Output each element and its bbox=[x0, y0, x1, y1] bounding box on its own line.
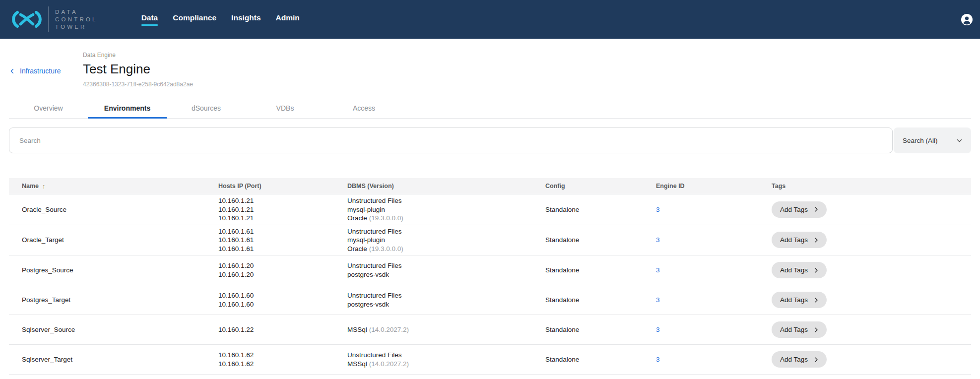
engine-id-link[interactable]: 3 bbox=[656, 296, 660, 304]
host-ip: 10.160.1.61 bbox=[218, 245, 334, 253]
column-header-name[interactable]: Name↑ bbox=[9, 183, 205, 190]
dbms-entry: MSSql(14.0.2027.2) bbox=[347, 325, 532, 334]
dbms-name: mysql-plugin bbox=[347, 236, 385, 244]
engine-id-link[interactable]: 3 bbox=[656, 326, 660, 333]
dbms-cell: Unstructured Filesmysql-pluginOracle(19.… bbox=[334, 196, 532, 223]
sort-ascending-icon: ↑ bbox=[42, 183, 46, 190]
add-tags-button[interactable]: Add Tags bbox=[772, 232, 827, 248]
dbms-entry: Unstructured Files bbox=[347, 196, 532, 205]
add-tags-button[interactable]: Add Tags bbox=[772, 351, 827, 368]
engine-id-link[interactable]: 3 bbox=[656, 356, 660, 363]
table-row-postgres-target: Postgres_Target10.160.1.6010.160.1.60Uns… bbox=[9, 285, 971, 315]
nav-item-data[interactable]: Data bbox=[141, 13, 158, 26]
search-bar: Search (All) bbox=[9, 127, 971, 153]
top-navbar: DATACONTROLTOWER DataComplianceInsightsA… bbox=[0, 0, 980, 39]
add-tags-button[interactable]: Add Tags bbox=[772, 321, 827, 338]
dbms-name: Unstructured Files bbox=[347, 351, 402, 359]
column-header-tags[interactable]: Tags bbox=[759, 183, 971, 190]
hosts-cell: 10.160.1.6110.160.1.6110.160.1.61 bbox=[205, 227, 334, 253]
engine-id-cell: 3 bbox=[643, 296, 759, 305]
hosts-cell: 10.160.1.2110.160.1.2110.160.1.21 bbox=[205, 196, 334, 223]
env-name-cell: Postgres_Source bbox=[9, 266, 205, 275]
nav-item-insights[interactable]: Insights bbox=[231, 13, 261, 26]
engine-id-cell: 3 bbox=[643, 325, 759, 334]
dbms-entry: Oracle(19.3.0.0.0) bbox=[347, 245, 532, 253]
search-input[interactable] bbox=[9, 127, 893, 153]
env-name: Sqlserver_Source bbox=[22, 326, 75, 333]
config-cell: Standalone bbox=[532, 236, 643, 245]
host-ip: 10.160.1.22 bbox=[218, 325, 334, 334]
tab-dsources[interactable]: dSources bbox=[167, 99, 246, 118]
dbms-entry: mysql-plugin bbox=[347, 205, 532, 214]
add-tags-label: Add Tags bbox=[780, 326, 808, 333]
table-row-oracle-source: Oracle_Source10.160.1.2110.160.1.2110.16… bbox=[9, 194, 971, 225]
env-name: Sqlserver_Target bbox=[22, 356, 72, 363]
host-ip: 10.160.1.60 bbox=[218, 300, 334, 309]
engine-id-link[interactable]: 3 bbox=[656, 266, 660, 274]
tab-environments[interactable]: Environments bbox=[88, 99, 167, 118]
wordmark-line: CONTROL bbox=[55, 16, 98, 23]
dbms-name: MSSql bbox=[347, 360, 367, 368]
chevron-right-icon bbox=[813, 237, 819, 243]
column-label: Name bbox=[22, 183, 39, 190]
page-header: Infrastructure Data Engine Test Engine 4… bbox=[9, 39, 971, 88]
breadcrumb: Infrastructure bbox=[9, 39, 83, 88]
dbms-name: Oracle bbox=[347, 245, 367, 253]
breadcrumb-infrastructure-link[interactable]: Infrastructure bbox=[9, 67, 61, 75]
engine-id-link[interactable]: 3 bbox=[656, 236, 660, 244]
breadcrumb-chevron-slot bbox=[9, 68, 15, 74]
dbms-cell: Unstructured Filespostgres-vsdk bbox=[334, 291, 532, 309]
dct-logo[interactable]: DATACONTROLTOWER bbox=[10, 6, 98, 32]
env-name-cell: Sqlserver_Source bbox=[9, 325, 205, 334]
config-value: Standalone bbox=[545, 326, 579, 333]
dbms-name: MSSql bbox=[347, 326, 367, 333]
dbms-entry: postgres-vsdk bbox=[347, 300, 532, 309]
tab-access[interactable]: Access bbox=[325, 99, 403, 118]
column-header-engine-id[interactable]: Engine ID bbox=[643, 183, 759, 190]
tags-cell: Add Tags bbox=[759, 262, 971, 278]
engine-uuid: 42366308-1323-71ff-e258-9c642ad8a2ae bbox=[83, 81, 193, 88]
tab-vdbs[interactable]: VDBs bbox=[246, 99, 325, 118]
config-value: Standalone bbox=[545, 266, 579, 274]
search-scope-label: Search (All) bbox=[903, 137, 938, 144]
chevron-right-icon bbox=[813, 206, 819, 212]
add-tags-label: Add Tags bbox=[780, 206, 808, 213]
search-scope-dropdown[interactable]: Search (All) bbox=[894, 127, 971, 153]
engine-id-link[interactable]: 3 bbox=[656, 206, 660, 213]
add-tags-button[interactable]: Add Tags bbox=[772, 262, 827, 278]
dbms-version: (19.3.0.0.0) bbox=[369, 245, 403, 253]
user-account-button[interactable] bbox=[961, 13, 973, 26]
dbms-name: postgres-vsdk bbox=[347, 271, 389, 278]
add-tags-button[interactable]: Add Tags bbox=[772, 201, 827, 218]
config-value: Standalone bbox=[545, 356, 579, 363]
column-label: Tags bbox=[772, 183, 785, 190]
host-ip: 10.160.1.61 bbox=[218, 227, 334, 236]
table-row-sqlserver-source: Sqlserver_Source10.160.1.22MSSql(14.0.20… bbox=[9, 315, 971, 345]
config-cell: Standalone bbox=[532, 205, 643, 214]
add-tags-button[interactable]: Add Tags bbox=[772, 292, 827, 308]
wordmark-line: TOWER bbox=[55, 23, 98, 31]
env-name-cell: Sqlserver_Target bbox=[9, 355, 205, 364]
env-name-cell: Oracle_Target bbox=[9, 236, 205, 245]
user-account-icon bbox=[961, 13, 973, 26]
column-header-dbms-version[interactable]: DBMS (Version) bbox=[334, 183, 532, 190]
host-ip: 10.160.1.61 bbox=[218, 236, 334, 245]
dbms-name: mysql-plugin bbox=[347, 206, 385, 213]
dbms-entry: mysql-plugin bbox=[347, 236, 532, 245]
page-title: Test Engine bbox=[83, 61, 193, 77]
host-ip: 10.160.1.21 bbox=[218, 196, 334, 205]
dbms-entry: Unstructured Files bbox=[347, 291, 532, 300]
add-tags-label: Add Tags bbox=[780, 356, 808, 363]
column-header-config[interactable]: Config bbox=[532, 183, 643, 190]
wordmark-line: DATA bbox=[55, 8, 98, 16]
engine-id-cell: 3 bbox=[643, 266, 759, 275]
tab-overview[interactable]: Overview bbox=[9, 99, 88, 118]
hosts-cell: 10.160.1.6210.160.1.62 bbox=[205, 351, 334, 368]
nav-item-compliance[interactable]: Compliance bbox=[173, 13, 216, 26]
tags-cell: Add Tags bbox=[759, 321, 971, 338]
nav-item-admin[interactable]: Admin bbox=[276, 13, 300, 26]
column-header-hosts-ip-port[interactable]: Hosts IP (Port) bbox=[205, 183, 334, 190]
dbms-entry: Unstructured Files bbox=[347, 227, 532, 236]
table-row-sqlserver-target: Sqlserver_Target10.160.1.6210.160.1.62Un… bbox=[9, 345, 971, 375]
host-ip: 10.160.1.21 bbox=[218, 214, 334, 223]
